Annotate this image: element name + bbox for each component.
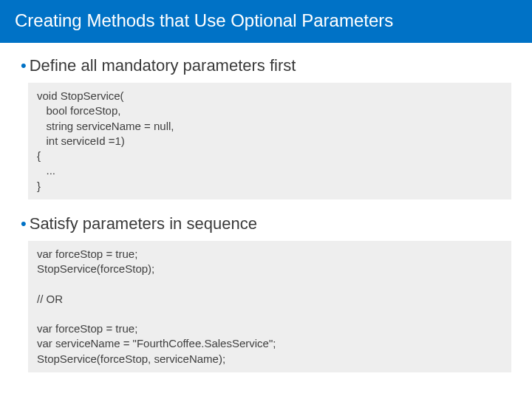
- slide-header: Creating Methods that Use Optional Param…: [0, 0, 532, 43]
- bullet-item: • Define all mandatory parameters first: [21, 56, 511, 75]
- code-block-2: var forceStop = true; StopService(forceS…: [28, 241, 511, 372]
- bullet-icon: •: [21, 58, 27, 74]
- bullet-text: Satisfy parameters in sequence: [30, 214, 257, 233]
- slide-body: • Define all mandatory parameters first …: [0, 43, 532, 372]
- bullet-icon: •: [21, 216, 27, 232]
- bullet-item: • Satisfy parameters in sequence: [21, 214, 511, 233]
- bullet-text: Define all mandatory parameters first: [30, 56, 296, 75]
- code-block-1: void StopService( bool forceStop, string…: [28, 83, 511, 200]
- slide-title: Creating Methods that Use Optional Param…: [15, 10, 393, 30]
